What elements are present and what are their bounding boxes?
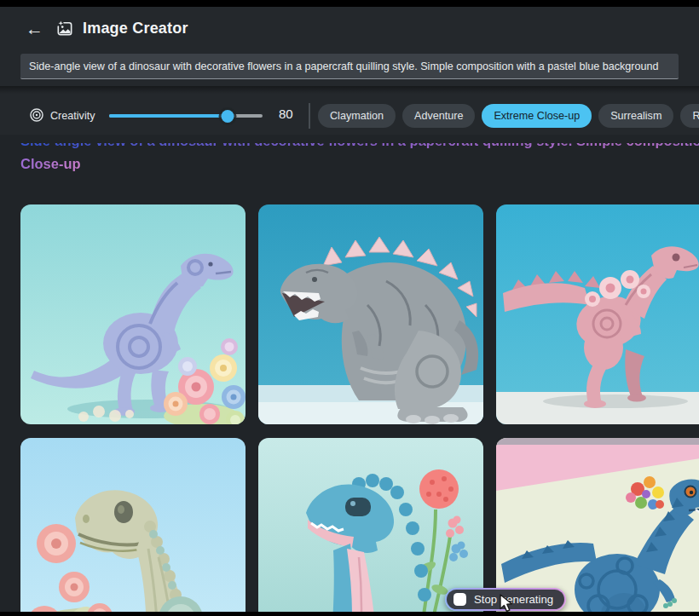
stop-generating-label: Stop generating <box>474 593 553 606</box>
style-chip-row: Claymation Adventure Extreme Close-up Su… <box>318 104 699 128</box>
image-sparkle-icon <box>55 19 74 38</box>
top-section: ← Image Creator Creativit <box>0 7 699 136</box>
creativity-value: 80 <box>279 107 293 121</box>
back-button[interactable]: ← <box>26 20 43 37</box>
creativity-slider[interactable] <box>109 102 263 130</box>
generated-image-1[interactable] <box>20 204 246 424</box>
generated-image-2[interactable] <box>258 204 483 424</box>
style-chip-extreme-close-up[interactable]: Extreme Close-up <box>482 104 592 128</box>
slider-fill <box>109 114 228 118</box>
slider-thumb[interactable] <box>221 110 234 123</box>
prompt-echo-line1: Side-angle view of a dinosaur with decor… <box>20 143 699 153</box>
generated-image-2-illustration <box>258 204 483 424</box>
bottom-letterbox-bar <box>0 612 699 616</box>
style-chip-renaissance[interactable]: Renaissance <box>680 104 699 128</box>
page-title: Image Creator <box>83 20 188 37</box>
prompt-echo-line2: Close-up <box>20 153 81 176</box>
creativity-label: Creativity <box>50 110 95 122</box>
style-chip-surrealism[interactable]: Surrealism <box>598 104 673 128</box>
results-panel: Side-angle view of a dinosaur with decor… <box>0 135 699 616</box>
prompt-echo: Side-angle view of a dinosaur with decor… <box>20 143 699 179</box>
generated-image-3-illustration <box>496 204 699 424</box>
generated-image-4[interactable] <box>20 438 246 616</box>
toolbar: Creativity 80 Claymation Adventure Extre… <box>0 95 699 136</box>
generated-image-3[interactable] <box>496 204 699 424</box>
image-creator-screen: ← Image Creator Creativit <box>0 0 699 616</box>
stop-square-icon <box>453 593 466 606</box>
style-chip-claymation[interactable]: Claymation <box>318 104 396 128</box>
header: ← Image Creator <box>0 7 699 49</box>
toolbar-divider <box>309 103 310 129</box>
generated-image-4-illustration <box>20 438 246 616</box>
input-shadow-divider <box>0 86 699 94</box>
bullseye-icon <box>29 107 44 126</box>
style-chip-adventure[interactable]: Adventure <box>402 104 475 128</box>
generated-image-1-illustration <box>20 204 246 424</box>
stop-generating-button[interactable]: Stop generating <box>445 588 566 611</box>
prompt-input[interactable] <box>20 54 679 79</box>
top-letterbox-bar <box>0 0 699 7</box>
